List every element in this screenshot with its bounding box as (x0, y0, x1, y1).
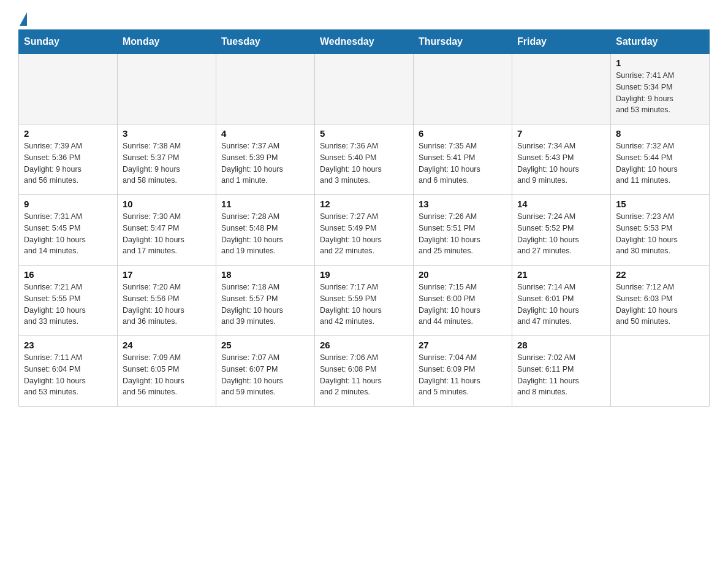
calendar-day-cell: 16Sunrise: 7:21 AMSunset: 5:55 PMDayligh… (19, 266, 118, 336)
calendar-day-cell: 22Sunrise: 7:12 AMSunset: 6:03 PMDayligh… (611, 266, 710, 336)
day-number: 4 (221, 128, 309, 139)
calendar-day-cell: 9Sunrise: 7:31 AMSunset: 5:45 PMDaylight… (19, 195, 118, 266)
calendar-day-cell: 4Sunrise: 7:37 AMSunset: 5:39 PMDaylight… (216, 124, 315, 195)
calendar-day-cell: 27Sunrise: 7:04 AMSunset: 6:09 PMDayligh… (414, 336, 512, 407)
day-info: Sunrise: 7:04 AMSunset: 6:09 PMDaylight:… (419, 352, 507, 398)
day-info: Sunrise: 7:14 AMSunset: 6:01 PMDaylight:… (517, 282, 605, 327)
day-of-week-header: Saturday (611, 30, 710, 54)
day-info: Sunrise: 7:11 AMSunset: 6:04 PMDaylight:… (24, 352, 112, 398)
day-number: 10 (123, 199, 211, 209)
day-info: Sunrise: 7:23 AMSunset: 5:53 PMDaylight:… (616, 211, 704, 257)
day-info: Sunrise: 7:31 AMSunset: 5:45 PMDaylight:… (24, 211, 112, 257)
calendar-day-cell (611, 336, 710, 407)
day-info: Sunrise: 7:36 AMSunset: 5:40 PMDaylight:… (320, 140, 408, 186)
day-of-week-header: Friday (512, 30, 611, 54)
logo-triangle-icon (20, 12, 27, 26)
day-number: 28 (517, 340, 605, 350)
day-info: Sunrise: 7:17 AMSunset: 5:59 PMDaylight:… (320, 282, 408, 327)
day-number: 3 (123, 128, 211, 139)
calendar-day-cell (19, 54, 118, 124)
day-number: 16 (24, 269, 112, 280)
day-info: Sunrise: 7:02 AMSunset: 6:11 PMDaylight:… (517, 352, 605, 398)
calendar-day-cell: 20Sunrise: 7:15 AMSunset: 6:00 PMDayligh… (414, 266, 512, 336)
day-number: 27 (419, 340, 507, 350)
day-info: Sunrise: 7:34 AMSunset: 5:43 PMDaylight:… (517, 140, 605, 186)
calendar-week-row: 9Sunrise: 7:31 AMSunset: 5:45 PMDaylight… (19, 195, 710, 266)
calendar-day-cell (315, 54, 414, 124)
day-info: Sunrise: 7:35 AMSunset: 5:41 PMDaylight:… (419, 140, 507, 186)
day-number: 24 (123, 340, 211, 350)
day-number: 1 (616, 58, 704, 68)
calendar-day-cell: 11Sunrise: 7:28 AMSunset: 5:48 PMDayligh… (216, 195, 315, 266)
calendar-day-cell: 21Sunrise: 7:14 AMSunset: 6:01 PMDayligh… (512, 266, 611, 336)
day-info: Sunrise: 7:41 AMSunset: 5:34 PMDaylight:… (616, 70, 704, 116)
day-number: 17 (123, 269, 211, 280)
day-number: 26 (320, 340, 408, 350)
day-info: Sunrise: 7:18 AMSunset: 5:57 PMDaylight:… (221, 282, 309, 327)
calendar-day-cell: 5Sunrise: 7:36 AMSunset: 5:40 PMDaylight… (315, 124, 414, 195)
day-number: 5 (320, 128, 408, 139)
calendar-day-cell: 6Sunrise: 7:35 AMSunset: 5:41 PMDaylight… (414, 124, 512, 195)
calendar-day-cell: 2Sunrise: 7:39 AMSunset: 5:36 PMDaylight… (19, 124, 118, 195)
day-of-week-header: Wednesday (315, 30, 414, 54)
calendar-day-cell: 3Sunrise: 7:38 AMSunset: 5:37 PMDaylight… (118, 124, 216, 195)
day-number: 13 (419, 199, 507, 209)
day-number: 15 (616, 199, 704, 209)
calendar-day-cell: 19Sunrise: 7:17 AMSunset: 5:59 PMDayligh… (315, 266, 414, 336)
day-of-week-header: Sunday (19, 30, 118, 54)
day-number: 12 (320, 199, 408, 209)
calendar-header-row: SundayMondayTuesdayWednesdayThursdayFrid… (19, 30, 710, 54)
calendar-day-cell (512, 54, 611, 124)
day-info: Sunrise: 7:12 AMSunset: 6:03 PMDaylight:… (616, 282, 704, 327)
calendar-day-cell (414, 54, 512, 124)
calendar-week-row: 16Sunrise: 7:21 AMSunset: 5:55 PMDayligh… (19, 266, 710, 336)
calendar-day-cell: 14Sunrise: 7:24 AMSunset: 5:52 PMDayligh… (512, 195, 611, 266)
logo (18, 12, 27, 23)
day-number: 8 (616, 128, 704, 139)
day-info: Sunrise: 7:21 AMSunset: 5:55 PMDaylight:… (24, 282, 112, 327)
day-info: Sunrise: 7:15 AMSunset: 6:00 PMDaylight:… (419, 282, 507, 327)
day-number: 20 (419, 269, 507, 280)
day-info: Sunrise: 7:24 AMSunset: 5:52 PMDaylight:… (517, 211, 605, 257)
day-number: 6 (419, 128, 507, 139)
calendar-day-cell: 28Sunrise: 7:02 AMSunset: 6:11 PMDayligh… (512, 336, 611, 407)
day-number: 18 (221, 269, 309, 280)
day-number: 9 (24, 199, 112, 209)
calendar-day-cell: 13Sunrise: 7:26 AMSunset: 5:51 PMDayligh… (414, 195, 512, 266)
day-number: 7 (517, 128, 605, 139)
day-info: Sunrise: 7:07 AMSunset: 6:07 PMDaylight:… (221, 352, 309, 398)
calendar-day-cell: 8Sunrise: 7:32 AMSunset: 5:44 PMDaylight… (611, 124, 710, 195)
day-info: Sunrise: 7:38 AMSunset: 5:37 PMDaylight:… (123, 140, 211, 186)
day-number: 23 (24, 340, 112, 350)
calendar-day-cell: 25Sunrise: 7:07 AMSunset: 6:07 PMDayligh… (216, 336, 315, 407)
day-number: 25 (221, 340, 309, 350)
calendar-day-cell: 1Sunrise: 7:41 AMSunset: 5:34 PMDaylight… (611, 54, 710, 124)
day-info: Sunrise: 7:37 AMSunset: 5:39 PMDaylight:… (221, 140, 309, 186)
day-number: 14 (517, 199, 605, 209)
day-number: 2 (24, 128, 112, 139)
day-of-week-header: Tuesday (216, 30, 315, 54)
day-info: Sunrise: 7:26 AMSunset: 5:51 PMDaylight:… (419, 211, 507, 257)
calendar-day-cell (216, 54, 315, 124)
day-info: Sunrise: 7:20 AMSunset: 5:56 PMDaylight:… (123, 282, 211, 327)
day-info: Sunrise: 7:39 AMSunset: 5:36 PMDaylight:… (24, 140, 112, 186)
day-info: Sunrise: 7:27 AMSunset: 5:49 PMDaylight:… (320, 211, 408, 257)
calendar-table: SundayMondayTuesdayWednesdayThursdayFrid… (18, 29, 710, 407)
calendar-day-cell (118, 54, 216, 124)
day-of-week-header: Thursday (414, 30, 512, 54)
day-number: 11 (221, 199, 309, 209)
calendar-day-cell: 18Sunrise: 7:18 AMSunset: 5:57 PMDayligh… (216, 266, 315, 336)
calendar-day-cell: 10Sunrise: 7:30 AMSunset: 5:47 PMDayligh… (118, 195, 216, 266)
calendar-week-row: 23Sunrise: 7:11 AMSunset: 6:04 PMDayligh… (19, 336, 710, 407)
day-info: Sunrise: 7:32 AMSunset: 5:44 PMDaylight:… (616, 140, 704, 186)
day-info: Sunrise: 7:30 AMSunset: 5:47 PMDaylight:… (123, 211, 211, 257)
calendar-day-cell: 7Sunrise: 7:34 AMSunset: 5:43 PMDaylight… (512, 124, 611, 195)
calendar-week-row: 1Sunrise: 7:41 AMSunset: 5:34 PMDaylight… (19, 54, 710, 124)
calendar-day-cell: 15Sunrise: 7:23 AMSunset: 5:53 PMDayligh… (611, 195, 710, 266)
calendar-week-row: 2Sunrise: 7:39 AMSunset: 5:36 PMDaylight… (19, 124, 710, 195)
day-number: 21 (517, 269, 605, 280)
day-number: 22 (616, 269, 704, 280)
day-info: Sunrise: 7:28 AMSunset: 5:48 PMDaylight:… (221, 211, 309, 257)
calendar-day-cell: 26Sunrise: 7:06 AMSunset: 6:08 PMDayligh… (315, 336, 414, 407)
day-info: Sunrise: 7:06 AMSunset: 6:08 PMDaylight:… (320, 352, 408, 398)
